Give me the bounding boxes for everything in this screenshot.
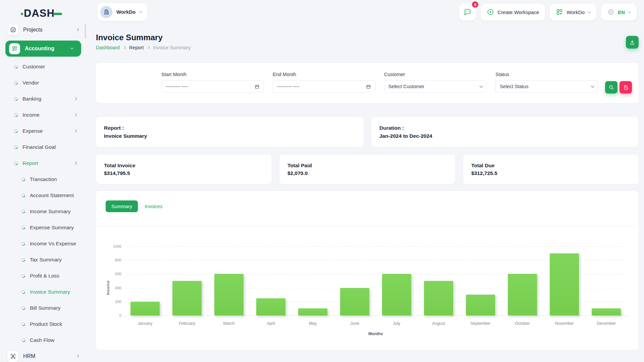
yaxis-tick-label: 0 xyxy=(96,313,121,317)
status-ring-icon xyxy=(14,145,18,149)
status-ring-icon xyxy=(21,178,25,181)
sidebar-nav: ProjectsAccountingCustomerVendorBankingI… xyxy=(0,22,87,362)
xaxis-tick xyxy=(292,315,292,317)
sidebar-item-bill-summary[interactable]: Bill Summary xyxy=(0,300,87,316)
sidebar-item-banking[interactable]: Banking xyxy=(0,91,87,107)
report-card-label: Report : xyxy=(104,125,356,131)
status-ring-icon xyxy=(21,274,25,278)
sidebar-item-product-stock[interactable]: Product Stock xyxy=(0,316,87,332)
sidebar-item-label: Transaction xyxy=(30,176,57,182)
bar-august[interactable] xyxy=(424,281,453,315)
status-group: Status Select Status xyxy=(495,72,598,94)
sidebar-item-report[interactable]: Report xyxy=(0,155,87,171)
bar-september[interactable] xyxy=(466,295,495,315)
sidebar-item-customer[interactable]: Customer xyxy=(0,59,87,75)
bar-slot xyxy=(124,246,166,315)
sidebar-item-label: Income xyxy=(22,112,40,118)
chart-tabs: Summary Invoices xyxy=(106,200,164,212)
breadcrumb-report[interactable]: Report xyxy=(129,45,144,50)
xaxis-tick xyxy=(460,315,460,317)
xaxis-tick-label: October xyxy=(501,321,543,326)
sidebar-item-vendor[interactable]: Vendor xyxy=(0,75,87,91)
accounting-icon xyxy=(9,43,20,54)
tab-summary[interactable]: Summary xyxy=(106,200,138,212)
sidebar-item-label: HRM xyxy=(23,353,35,359)
status-ring-icon xyxy=(21,242,25,246)
bar-january[interactable] xyxy=(130,302,160,315)
xaxis-tick-label: September xyxy=(460,321,501,326)
sidebar-item-income[interactable]: Income xyxy=(0,107,87,123)
yaxis-tick-label: 800 xyxy=(96,258,121,262)
bar-slot xyxy=(418,246,460,315)
xaxis-tick xyxy=(250,315,250,317)
bar-july[interactable] xyxy=(382,274,411,315)
total-due-value: $312,725.5 xyxy=(471,170,631,176)
status-ring-icon xyxy=(14,97,18,101)
end-month-label: End Month xyxy=(273,72,375,77)
bar-slot xyxy=(250,246,292,315)
yaxis-tick-label: 400 xyxy=(96,286,121,290)
search-button[interactable] xyxy=(605,81,618,94)
xaxis-tick-label: February xyxy=(166,321,208,326)
bar-december[interactable] xyxy=(592,308,621,315)
bar-slot xyxy=(501,246,543,315)
sidebar-item-transaction[interactable]: Transaction xyxy=(0,171,87,187)
bar-october[interactable] xyxy=(508,274,537,315)
chevron-right-icon xyxy=(74,129,77,133)
xaxis-tick xyxy=(166,315,166,317)
sidebar-item-financial-goal[interactable]: Financial Goal xyxy=(0,139,87,155)
sidebar-item-expense-summary[interactable]: Expense Summary xyxy=(0,220,87,236)
bar-november[interactable] xyxy=(550,253,579,315)
start-month-label: Start Month xyxy=(161,72,264,77)
start-month-group: Start Month --------- ---- xyxy=(161,72,264,94)
sidebar-item-label: Vendor xyxy=(22,80,39,86)
hrm-icon xyxy=(7,351,18,362)
xaxis-tick-label: June xyxy=(334,321,376,326)
bar-slot xyxy=(292,246,334,315)
tab-invoices[interactable]: Invoices xyxy=(143,204,164,209)
end-month-input[interactable]: --------- ---- xyxy=(273,80,375,93)
bar-may[interactable] xyxy=(298,308,327,315)
reset-filter-button[interactable] xyxy=(620,81,632,94)
start-month-input[interactable]: --------- ---- xyxy=(161,80,264,93)
sidebar-item-income-vs-expense[interactable]: Income Vs Expense xyxy=(0,236,87,252)
bar-february[interactable] xyxy=(172,281,202,315)
sidebar-item-account-statement[interactable]: Account Statement xyxy=(0,187,87,203)
download-button[interactable] xyxy=(626,36,639,49)
xaxis-tick-label: March xyxy=(208,321,250,326)
customer-group: Customer Select Customer xyxy=(384,72,487,94)
calendar-icon xyxy=(366,84,371,89)
duration-card-label: Duration : xyxy=(379,125,631,131)
sidebar-item-profit-loss[interactable]: Profit & Loss xyxy=(0,268,87,284)
sidebar-item-label: Account Statement xyxy=(30,192,74,198)
sidebar-item-hrm[interactable]: HRM xyxy=(0,348,87,362)
yaxis-tick-label: 200 xyxy=(96,300,121,304)
sidebar-item-expense[interactable]: Expense xyxy=(0,123,87,139)
bar-slot xyxy=(208,246,250,315)
bar-june[interactable] xyxy=(340,288,369,315)
bar-april[interactable] xyxy=(256,298,285,316)
sidebar-item-tax-summary[interactable]: Tax Summary xyxy=(0,252,87,268)
sidebar-item-projects[interactable]: Projects xyxy=(0,22,87,38)
customer-select[interactable]: Select Customer xyxy=(384,80,487,93)
duration-card-value: Jan-2024 to Dec-2024 xyxy=(379,133,631,139)
sidebar-item-label: Invoice Summary xyxy=(30,289,70,295)
bar-march[interactable] xyxy=(214,274,244,315)
customer-select-value: Select Customer xyxy=(388,84,424,89)
dash-logo[interactable]: DASH xyxy=(21,7,62,19)
sidebar-item-label: Tax Summary xyxy=(30,257,62,263)
total-due-card: Total Due $312,725.5 xyxy=(463,155,639,184)
breadcrumb-dashboard[interactable]: Dashboard xyxy=(96,45,120,50)
sidebar-item-invoice-summary[interactable]: Invoice Summary xyxy=(0,284,87,300)
breadcrumb-current: Invoice Summary xyxy=(153,45,191,50)
yaxis-tick-label: 1000 xyxy=(96,244,121,248)
xaxis-tick-label: January xyxy=(124,321,166,326)
sidebar-item-accounting[interactable]: Accounting xyxy=(5,41,81,57)
sidebar-item-cash-flow[interactable]: Cash Flow xyxy=(0,332,87,348)
xaxis-tick xyxy=(418,315,418,317)
status-select[interactable]: Select Status xyxy=(495,80,598,93)
sidebar-item-income-summary[interactable]: Income Summary xyxy=(0,203,87,220)
status-ring-icon xyxy=(21,210,25,214)
chevron-down-icon xyxy=(480,84,483,87)
end-month-group: End Month --------- ---- xyxy=(273,72,375,94)
